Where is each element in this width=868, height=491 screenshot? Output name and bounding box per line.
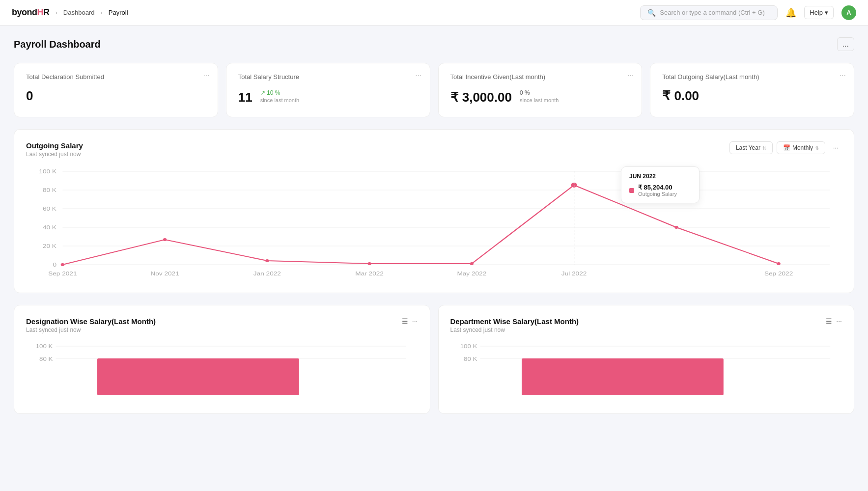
tooltip-dot bbox=[629, 188, 634, 193]
svg-text:0: 0 bbox=[53, 262, 56, 268]
stat-since-incentive: since last month bbox=[520, 97, 559, 103]
outgoing-chart-svg: 100 K 80 K 60 K 40 K 20 K 0 bbox=[26, 162, 842, 279]
outgoing-chart-area: 100 K 80 K 60 K 40 K 20 K 0 bbox=[26, 162, 842, 281]
help-label: Help bbox=[810, 9, 823, 16]
svg-text:Sep 2022: Sep 2022 bbox=[764, 271, 793, 276]
tooltip-label: Outgoing Salary bbox=[638, 191, 677, 197]
svg-rect-37 bbox=[522, 358, 724, 395]
svg-rect-32 bbox=[97, 358, 299, 395]
stat-card-menu-salary-structure[interactable]: ··· bbox=[415, 71, 421, 80]
tooltip-date: JUN 2022 bbox=[629, 173, 691, 180]
svg-text:Sep 2021: Sep 2021 bbox=[48, 271, 77, 276]
svg-text:100 K: 100 K bbox=[460, 343, 477, 350]
tooltip-amount: ₹ 85,204.00 bbox=[638, 184, 677, 191]
department-chart-title: Department Wise Salary(Last Month) bbox=[450, 317, 579, 326]
brand-logo: byondHR bbox=[12, 7, 50, 18]
stat-card-incentive: ··· Total Incentive Given(Last month) ₹ … bbox=[438, 63, 643, 117]
chart-tooltip: JUN 2022 ₹ 85,204.00 Outgoing Salary bbox=[621, 166, 700, 203]
svg-text:Jul 2022: Jul 2022 bbox=[561, 271, 587, 276]
stat-trend-salary-structure: ↗ 10 % bbox=[260, 89, 280, 96]
svg-text:100 K: 100 K bbox=[36, 343, 53, 350]
stat-label-outgoing: Total Outgoing Salary(Last month) bbox=[662, 73, 842, 81]
svg-text:40 K: 40 K bbox=[43, 224, 57, 230]
stat-card-salary-structure: ··· Total Salary Structure 11 ↗ 10 % sin… bbox=[226, 63, 430, 117]
svg-text:80 K: 80 K bbox=[39, 356, 53, 362]
breadcrumb-payroll: Payroll bbox=[109, 9, 128, 16]
breadcrumb-dashboard[interactable]: Dashboard bbox=[63, 9, 95, 16]
tooltip-row: ₹ 85,204.00 Outgoing Salary bbox=[629, 184, 691, 197]
svg-point-14 bbox=[265, 259, 269, 262]
svg-point-19 bbox=[777, 262, 780, 265]
svg-point-13 bbox=[163, 238, 167, 241]
department-more-icon[interactable]: ··· bbox=[836, 317, 842, 325]
designation-chart-subtitle: Last synced just now bbox=[26, 327, 156, 333]
department-chart-card: Department Wise Salary(Last Month) Last … bbox=[438, 305, 855, 414]
svg-text:100 K: 100 K bbox=[39, 168, 56, 174]
stat-card-menu-incentive[interactable]: ··· bbox=[627, 71, 634, 80]
search-box[interactable]: 🔍 Search or type a command (Ctrl + G) bbox=[640, 5, 778, 20]
department-bar-svg: 100 K 80 K bbox=[450, 341, 842, 400]
outgoing-chart-subtitle: Last synced just now bbox=[26, 151, 83, 158]
search-placeholder-text: Search or type a command (Ctrl + G) bbox=[660, 9, 765, 16]
svg-text:60 K: 60 K bbox=[43, 206, 57, 212]
stat-value-declaration: 0 bbox=[26, 88, 206, 104]
stat-since-salary-structure: since last month bbox=[260, 97, 299, 103]
department-chart-subtitle: Last synced just now bbox=[450, 327, 579, 333]
svg-text:Nov 2021: Nov 2021 bbox=[150, 271, 179, 276]
stat-card-menu-outgoing[interactable]: ··· bbox=[840, 71, 846, 80]
monthly-arrows-icon: ⇅ bbox=[815, 145, 819, 151]
bottom-charts-row: Designation Wise Salary(Last Month) Last… bbox=[14, 305, 854, 414]
designation-bar-svg: 100 K 80 K bbox=[26, 341, 418, 400]
breadcrumb-sep-1: › bbox=[56, 9, 57, 16]
svg-text:May 2022: May 2022 bbox=[457, 271, 486, 276]
svg-point-15 bbox=[367, 262, 371, 265]
designation-more-icon[interactable]: ··· bbox=[412, 317, 418, 325]
stat-trend-incentive: 0 % bbox=[520, 89, 530, 96]
designation-bar-area: 100 K 80 K bbox=[26, 341, 418, 402]
outgoing-salary-chart-card: Outgoing Salary Last synced just now Las… bbox=[14, 129, 854, 293]
svg-text:80 K: 80 K bbox=[43, 187, 57, 193]
calendar-icon: 📅 bbox=[783, 144, 790, 151]
monthly-label: Monthly bbox=[792, 144, 813, 151]
designation-chart-controls: ☰ ··· bbox=[402, 317, 418, 325]
department-chart-controls: ☰ ··· bbox=[826, 317, 842, 325]
svg-point-12 bbox=[61, 263, 64, 266]
help-button[interactable]: Help ▾ bbox=[804, 6, 834, 19]
page-more-button[interactable]: ... bbox=[837, 37, 854, 51]
stat-value-salary-structure: 11 bbox=[238, 90, 252, 105]
svg-point-16 bbox=[470, 262, 474, 265]
last-year-arrows-icon: ⇅ bbox=[762, 145, 766, 151]
bell-icon[interactable]: 🔔 bbox=[785, 7, 796, 18]
designation-chart-title: Designation Wise Salary(Last Month) bbox=[26, 317, 156, 326]
stat-label-incentive: Total Incentive Given(Last month) bbox=[450, 73, 630, 81]
stat-value-incentive: ₹ 3,000.00 bbox=[450, 90, 512, 105]
svg-text:80 K: 80 K bbox=[464, 356, 477, 362]
stat-label-salary-structure: Total Salary Structure bbox=[238, 73, 418, 81]
avatar[interactable]: A bbox=[841, 5, 856, 20]
page-title: Payroll Dashboard bbox=[14, 39, 101, 50]
department-bar-area: 100 K 80 K bbox=[450, 341, 842, 402]
stat-card-declaration: ··· Total Declaration Submitted 0 bbox=[14, 63, 218, 117]
designation-chart-card: Designation Wise Salary(Last Month) Last… bbox=[14, 305, 430, 414]
last-year-label: Last Year bbox=[736, 144, 760, 151]
svg-text:Jan 2022: Jan 2022 bbox=[253, 271, 281, 276]
stat-card-menu-declaration[interactable]: ··· bbox=[203, 71, 209, 80]
help-chevron-icon: ▾ bbox=[825, 9, 828, 16]
breadcrumb-sep-2: › bbox=[100, 9, 102, 16]
svg-text:Mar 2022: Mar 2022 bbox=[355, 271, 384, 276]
stat-card-outgoing: ··· Total Outgoing Salary(Last month) ₹ … bbox=[650, 63, 854, 117]
outgoing-chart-more-button[interactable]: ··· bbox=[829, 142, 842, 154]
monthly-filter[interactable]: 📅 Monthly ⇅ bbox=[777, 141, 825, 154]
department-filter-icon[interactable]: ☰ bbox=[826, 317, 832, 325]
search-icon: 🔍 bbox=[647, 9, 656, 17]
outgoing-chart-controls: Last Year ⇅ 📅 Monthly ⇅ ··· bbox=[729, 141, 842, 154]
stats-row: ··· Total Declaration Submitted 0 ··· To… bbox=[14, 63, 854, 117]
page-header: Payroll Dashboard ... bbox=[14, 37, 854, 51]
svg-text:20 K: 20 K bbox=[43, 243, 57, 249]
svg-point-18 bbox=[674, 226, 678, 229]
stat-value-outgoing: ₹ 0.00 bbox=[662, 88, 842, 104]
outgoing-chart-title: Outgoing Salary bbox=[26, 141, 83, 150]
last-year-filter[interactable]: Last Year ⇅ bbox=[729, 141, 773, 154]
designation-filter-icon[interactable]: ☰ bbox=[402, 317, 408, 325]
stat-label-declaration: Total Declaration Submitted bbox=[26, 73, 206, 81]
